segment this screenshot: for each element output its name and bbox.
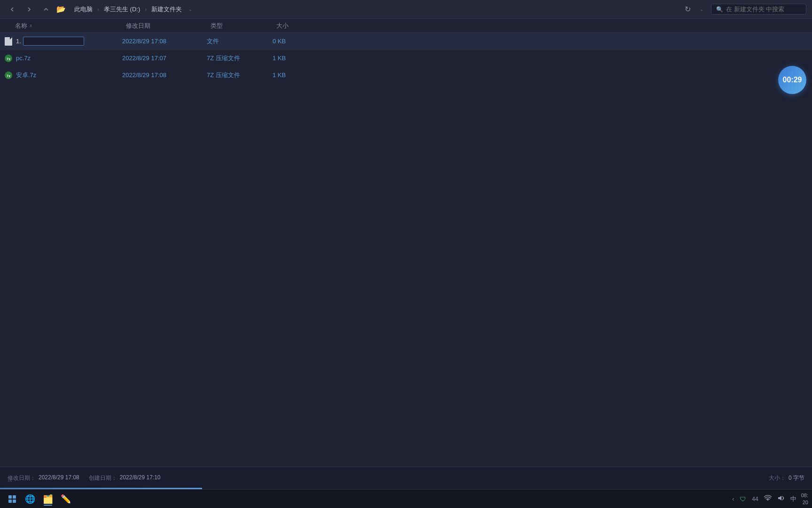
files-icon: 🗂️	[43, 494, 53, 504]
file-type-3: 7Z 压缩文件	[207, 71, 273, 79]
refresh-button[interactable]: ↻	[681, 3, 694, 16]
status-filename: ...	[8, 476, 12, 483]
search-box: 🔍	[711, 4, 806, 15]
col-header-name[interactable]: 名称 ∧	[4, 22, 126, 30]
breadcrumb: 此电脑 › 孝三先生 (D:) › 新建文件夹 ⌄	[71, 4, 677, 15]
table-row[interactable]: 7z 安卓.7z 2022/8/29 17:08 7Z 压缩文件 1 KB	[0, 67, 812, 84]
taskbar-app-edge[interactable]: 🌐	[22, 492, 39, 507]
tray-time-display[interactable]: 08: 20	[801, 492, 808, 506]
address-bar: 📂 此电脑 › 孝三先生 (D:) › 新建文件夹 ⌄ ↻ ⌄ 🔍	[0, 0, 812, 19]
status-size-value: 0 字节	[789, 474, 804, 482]
back-button[interactable]	[6, 3, 19, 16]
start-icon	[8, 494, 17, 504]
breadcrumb-sep-2: ›	[145, 6, 147, 13]
svg-rect-4	[8, 495, 12, 499]
file-name-static-1: 1.	[16, 38, 21, 45]
sort-arrow-name: ∧	[29, 23, 32, 28]
column-header-row: 名称 ∧ 修改日期 类型 大小	[0, 19, 812, 33]
svg-text:7z: 7z	[7, 57, 10, 61]
7z-svg-az: 7z	[4, 71, 13, 79]
status-size-label: 大小：	[769, 474, 786, 482]
tray-volume-icon[interactable]	[776, 494, 786, 504]
svg-rect-7	[13, 500, 16, 503]
col-header-date[interactable]: 修改日期	[126, 22, 211, 30]
taskbar-app-files[interactable]: 🗂️	[39, 492, 56, 507]
svg-rect-6	[8, 500, 12, 503]
tray-shield-icon[interactable]: 🛡	[739, 494, 747, 504]
col-header-type[interactable]: 类型	[211, 22, 276, 30]
breadcrumb-this-pc[interactable]: 此电脑	[71, 4, 95, 15]
timer-display: 00:29	[783, 76, 802, 84]
file-rename-input[interactable]	[23, 37, 84, 46]
search-input[interactable]	[726, 6, 801, 13]
file-area: 1. 2022/8/29 17:08 文件 0 KB 7z pc.7z 2022…	[0, 33, 812, 489]
file-icon-7z-pc: 7z	[4, 54, 13, 63]
file-type-1: 文件	[207, 37, 273, 46]
folder-icon: 📂	[56, 5, 66, 14]
breadcrumb-new-folder[interactable]: 新建文件夹	[148, 4, 185, 15]
file-size-2: 1 KB	[273, 55, 310, 62]
view-options-dropdown[interactable]: ⌄	[698, 6, 705, 13]
tray-time-hour: 08:	[801, 492, 808, 499]
file-name-3: 安卓.7z	[16, 71, 36, 79]
breadcrumb-drive-d[interactable]: 孝三先生 (D:)	[101, 4, 143, 15]
main-window: 📂 此电脑 › 孝三先生 (D:) › 新建文件夹 ⌄ ↻ ⌄ 🔍 名称 ∧ 修…	[0, 0, 812, 489]
taskbar-left: 🌐 🗂️ ✏️	[4, 492, 729, 507]
pen-icon: ✏️	[61, 494, 71, 504]
file-date-1: 2022/8/29 17:08	[122, 38, 207, 45]
status-size: 大小： 0 字节	[769, 474, 804, 482]
tray-date: 20	[803, 499, 808, 506]
file-icon-txt	[4, 37, 13, 46]
status-modified-value: 2022/8/29 17:08	[39, 474, 79, 482]
file-type-2: 7Z 压缩文件	[207, 54, 273, 63]
status-bar: 修改日期： 2022/8/29 17:08 创建日期： 2022/8/29 17…	[0, 467, 812, 489]
breadcrumb-dropdown[interactable]: ⌄	[187, 6, 194, 13]
file-name-cell-2: 7z pc.7z	[4, 54, 122, 63]
svg-text:7z: 7z	[7, 74, 10, 78]
file-size-3: 1 KB	[273, 71, 310, 79]
taskbar-tray: ‹ 🛡 44 中 08: 20	[731, 492, 808, 506]
file-name-2: pc.7z	[16, 55, 31, 62]
tray-battery-num[interactable]: 44	[751, 495, 759, 503]
taskbar: 🌐 🗂️ ✏️ ‹ 🛡 44	[0, 489, 812, 508]
file-size-1: 0 KB	[273, 38, 310, 45]
taskbar-app-pen[interactable]: ✏️	[57, 492, 74, 507]
col-header-size[interactable]: 大小	[276, 22, 314, 30]
file-date-2: 2022/8/29 17:07	[122, 55, 207, 62]
svg-rect-5	[13, 495, 16, 499]
status-created-value: 2022/8/29 17:10	[120, 474, 161, 482]
timer-badge[interactable]: 00:29	[778, 66, 806, 94]
tray-ime-indicator[interactable]: 中	[789, 494, 797, 504]
table-row[interactable]: 1. 2022/8/29 17:08 文件 0 KB	[0, 33, 812, 50]
forward-button[interactable]	[23, 3, 36, 16]
status-created: 创建日期： 2022/8/29 17:10	[89, 474, 161, 482]
file-name-cell-3: 7z 安卓.7z	[4, 71, 122, 80]
file-date-3: 2022/8/29 17:08	[122, 71, 207, 79]
up-button[interactable]	[39, 3, 53, 16]
file-icon-7z-az: 7z	[4, 71, 13, 80]
edge-icon: 🌐	[25, 494, 35, 504]
breadcrumb-sep-1: ›	[97, 6, 99, 13]
start-button[interactable]	[4, 492, 21, 507]
status-created-label: 创建日期：	[89, 474, 117, 482]
search-icon: 🔍	[716, 6, 723, 13]
7z-svg-pc: 7z	[4, 54, 13, 63]
tray-wifi-icon[interactable]	[763, 494, 773, 504]
tray-chevron[interactable]: ‹	[731, 495, 735, 503]
file-name-cell-1: 1.	[4, 37, 122, 46]
status-modified: 修改日期： 2022/8/29 17:08	[8, 474, 79, 482]
table-row[interactable]: 7z pc.7z 2022/8/29 17:07 7Z 压缩文件 1 KB	[0, 50, 812, 67]
